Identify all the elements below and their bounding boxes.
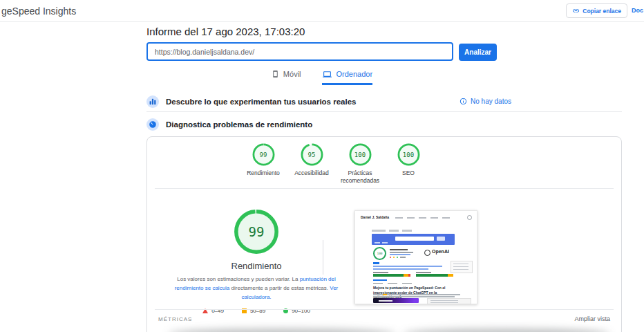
thumb-metric-bar — [416, 274, 453, 277]
field-section-title: Descubre lo que experimentan tus usuario… — [166, 98, 356, 106]
app-title: geSpeed Insights — [1, 6, 76, 17]
score-ring: 99 — [252, 143, 275, 166]
tab-ordenador[interactable]: Ordenador — [322, 69, 373, 85]
no-data-label: No hay datos — [471, 98, 511, 105]
site-screenshot-preview[interactable]: Daniel J. Saldaña 100 OpenAI — [354, 210, 477, 304]
divider — [155, 188, 614, 189]
device-tabs: Móvil Ordenador — [0, 69, 644, 85]
url-input[interactable] — [146, 42, 453, 61]
thumb-site-title: Daniel J. Saldaña — [361, 215, 389, 219]
below-fold-shadow — [403, 329, 610, 332]
tab-movil-label: Móvil — [283, 70, 301, 78]
docs-link[interactable]: Doc — [632, 7, 643, 14]
thumb-legend-dots — [390, 257, 406, 258]
thumb-post-title: Mejora tu puntuación en PageSpeed: Con e… — [373, 286, 459, 299]
metrics-header: MÉTRICAS Ampliar vista — [158, 311, 610, 326]
thumb-psi-tabs — [372, 230, 412, 232]
expand-view-button[interactable]: Ampliar vista — [574, 315, 610, 322]
score-gauge-item[interactable]: 99 Rendimiento — [239, 143, 287, 185]
score-value: 95 — [301, 143, 323, 166]
score-ring: 100 — [397, 143, 420, 166]
score-ring: 95 — [301, 143, 323, 166]
info-icon — [460, 98, 467, 105]
link-icon — [572, 7, 580, 15]
pagespeed-insights-app: geSpeed Insights Copiar enlace Doc Infor… — [0, 0, 644, 332]
thumb-psi-button — [437, 237, 445, 241]
performance-summary: 99 Rendimiento Los valores son estimacio… — [147, 209, 366, 314]
score-label: SEO — [402, 169, 415, 177]
score-value: 100 — [397, 143, 420, 166]
below-fold-shadow — [168, 329, 396, 332]
performance-score: 99 — [234, 209, 279, 255]
divider — [155, 309, 614, 310]
score-disclaimer: Los valores son estimaciones y pueden va… — [167, 275, 345, 302]
tab-movil[interactable]: Móvil — [272, 69, 301, 85]
thumb-nav — [395, 217, 450, 219]
thumb-psi-searchbar — [372, 234, 455, 245]
disclaimer-text: Los valores son estimaciones y pueden va… — [177, 276, 299, 282]
openai-logo-text: OpenAI — [432, 249, 449, 254]
vertical-divider — [323, 240, 323, 275]
thumb-score-ring: 100 — [373, 247, 386, 260]
disclaimer-text: directamente a partir de estas métricas. — [229, 285, 330, 291]
field-data-icon — [146, 95, 159, 108]
score-label: Accesibilidad — [294, 169, 329, 177]
smartphone-icon — [272, 69, 279, 79]
thumb-post-meta — [373, 283, 412, 284]
diagnose-icon — [146, 118, 159, 131]
report-title: Informe del 17 ago 2023, 17:03:20 — [146, 26, 305, 37]
lab-data-section: Diagnostica problemas de rendimiento — [146, 116, 622, 133]
thumb-theme-icon — [467, 215, 472, 220]
openai-logo-icon — [424, 250, 430, 256]
thumb-form — [427, 298, 471, 304]
thumb-promo-banner — [373, 298, 419, 303]
no-data-badge[interactable]: No hay datos — [460, 98, 511, 105]
lab-section-title: Diagnostica problemas de rendimiento — [166, 120, 312, 129]
score-label: Prácticas recomendadas — [336, 169, 384, 185]
score-value: 100 — [349, 143, 372, 166]
metrics-heading: MÉTRICAS — [158, 316, 192, 322]
thumb-sidebar — [451, 261, 473, 273]
tab-ordenador-label: Ordenador — [337, 70, 373, 78]
score-label: Rendimiento — [247, 169, 280, 177]
performance-gauge: 99 — [234, 209, 279, 255]
scores-row: 99 Rendimiento 95 Accesibilidad 100 Prác… — [239, 143, 433, 185]
thumb-metric-bar — [373, 274, 410, 277]
score-gauge-item[interactable]: 100 SEO — [384, 143, 433, 185]
field-data-section[interactable]: Descubre lo que experimentan tus usuario… — [146, 91, 622, 112]
app-header: geSpeed Insights Copiar enlace Doc — [0, 0, 644, 22]
thumb-psi-input — [395, 237, 434, 241]
computer-icon — [322, 70, 332, 79]
score-gauge-item[interactable]: 95 Accesibilidad — [287, 143, 336, 185]
copy-link-button[interactable]: Copiar enlace — [566, 3, 627, 18]
score-ring: 100 — [349, 143, 372, 166]
analyze-button[interactable]: Analizar — [459, 44, 497, 61]
copy-link-label: Copiar enlace — [583, 8, 621, 15]
score-value: 99 — [252, 143, 275, 166]
performance-label: Rendimiento — [231, 261, 282, 271]
performance-card: 99 Rendimiento 95 Accesibilidad 100 Prác… — [146, 136, 622, 332]
score-gauge-item[interactable]: 100 Prácticas recomendadas — [336, 143, 384, 185]
